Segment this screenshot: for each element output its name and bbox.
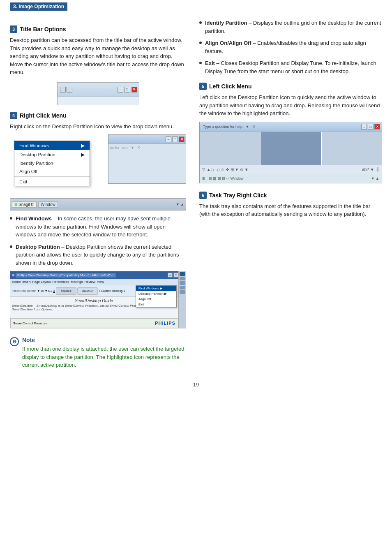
lc-tb1-edge: ╢: [377, 167, 379, 171]
philips-label: PHILIPS: [155, 321, 175, 326]
section6-title: Task Tray Right Click: [209, 192, 267, 199]
lc-tb-text: Type a question for help ▼ ✕: [201, 125, 360, 129]
lc-tb2-end: ▼ ▲: [371, 176, 379, 180]
tab-references: References: [52, 280, 69, 284]
restore-btn[interactable]: □: [125, 87, 130, 92]
bullet-dot-r2: [199, 42, 202, 44]
menu-identify-partition[interactable]: Identify Partition: [14, 159, 90, 167]
menu-align-off[interactable]: Align Off: [14, 167, 90, 176]
section4-num: 4: [10, 112, 17, 119]
exit-term: Exit: [205, 60, 215, 66]
lc-close: ✕: [374, 124, 380, 130]
find-windows-arrow: ▶: [81, 143, 85, 148]
section-header-bar: 3. Image Optimization: [10, 2, 67, 11]
desktop-partition-label: Desktop Partition: [19, 152, 55, 157]
left-column: 3 Title Bar Options Desktop partition ca…: [10, 19, 196, 369]
bullet-align-on-off: Align On/Align Off – Enables/disables th…: [199, 39, 382, 55]
section3-body: Desktop partition can be accessed from t…: [10, 36, 186, 76]
title-bar-icons: [60, 87, 72, 92]
section4-header: 4 Right Click Menu: [10, 112, 186, 119]
note-text: If more than one display is attached, th…: [22, 345, 186, 369]
bullet-desktop-partition-text: Desktop Partition – Desktop Partition sh…: [16, 243, 186, 267]
partition-ind-1: [180, 272, 185, 276]
section6-header: 6 Task Tray Right Click: [199, 192, 382, 199]
right-click-menu: Find Windows ▶ Desktop Partition ▶ Ident…: [14, 141, 90, 186]
align-term: Align On/Align Off: [205, 40, 251, 46]
bullet-exit: Exit – Closes Desktop Partition and Disp…: [199, 59, 382, 75]
lc-part-1: [200, 132, 261, 165]
right-column: Identify Partition – Displays the outlin…: [196, 19, 382, 369]
rclick-body: on for help ▼ ✕: [108, 144, 186, 183]
lc-tb2-icons: ⊞ : ⊟ ▦ ⊞ ⊟ ··· Window: [202, 176, 244, 180]
align-off-label: Align Off: [19, 169, 37, 174]
lc-part-2: [261, 132, 321, 165]
taskbar-window: Window: [38, 201, 58, 208]
bullet-find-windows: Find Windows – In some cases, the user m…: [10, 215, 186, 239]
exit-label: Exit: [19, 179, 27, 184]
section3-num: 3: [10, 25, 17, 33]
sc-bar: SmartControl Premium PHILIPS: [10, 318, 178, 328]
underline-btn: U: [53, 289, 55, 292]
section4-title: Right Click Menu: [20, 112, 67, 119]
left-click-window-mockup: Type a question for help ▼ ✕ – □ ✕ ▽ ▲ ▷…: [199, 122, 382, 183]
lc-part-3: [322, 132, 382, 165]
tb-icon-2: [67, 87, 72, 92]
tab-page-layout: Page Layout: [32, 280, 51, 284]
menu-exit[interactable]: Exit: [14, 178, 90, 186]
font-size: ▼ 10 ▼: [37, 289, 48, 292]
right-bullets: Identify Partition – Displays the outlin…: [199, 19, 382, 75]
taskbar-snagit: ⊞ Snagit E': [12, 201, 37, 208]
section4-bullets: Find Windows – In some cases, the user m…: [10, 215, 186, 267]
caption-label: T Caption: [99, 289, 111, 292]
note-section: ⊖ Note If more than one display is attac…: [10, 337, 186, 369]
find-windows-label: Find Windows: [19, 143, 49, 148]
bullet-exit-text: Exit – Closes Desktop Partition and Disp…: [205, 59, 382, 75]
style-normal: AaBbCc: [56, 287, 76, 295]
section6-num: 6: [199, 192, 207, 199]
note-icon: ⊖: [10, 337, 19, 346]
dp-screenshot-left: ⊞ Philips SmartDesktop Guide (Compatibil…: [10, 271, 186, 328]
tb-icon-1: [60, 87, 66, 92]
page-number: 19: [193, 382, 199, 388]
title-bar-image: – □ ✕: [57, 82, 139, 97]
dp-title-bar: ⊞ Philips SmartDesktop Guide (Compatibil…: [10, 271, 186, 279]
fws-item3: Align Off: [136, 296, 176, 302]
close-btn[interactable]: ✕: [131, 87, 137, 92]
menu-desktop-partition[interactable]: Desktop Partition ▶: [14, 150, 90, 159]
note-title: Note: [22, 337, 186, 343]
tab-insert: Insert: [22, 280, 30, 284]
bullet-dot-r1: [199, 21, 202, 24]
bullet-identify-text: Identify Partition – Displays the outlin…: [205, 19, 382, 35]
style-heading: AaBbCc: [77, 287, 98, 295]
lc-toolbar1: ▽ ▲ ▷ ◁ ☆ ❖ ⊞ ▼ ⊙ ▼ ab? ▼ ╢: [200, 165, 382, 174]
partition-ind-5: [180, 290, 185, 294]
find-windows-term: Find Windows: [16, 215, 52, 222]
lc-tb1-icons: ▽ ▲ ▷ ◁ ☆ ❖ ⊞ ▼ ⊙ ▼: [202, 167, 249, 172]
dp-ribbon-tabs: Home Insert Page Layout References Maili…: [10, 279, 186, 285]
tab-review: Review: [85, 280, 95, 284]
sidebar-partition-indicators: [178, 271, 186, 328]
bullet-dot-r3: [199, 62, 202, 64]
rclick-background-window: – □ ✕ on for help ▼ ✕: [108, 134, 186, 184]
rclick-titlebar: – □ ✕: [108, 135, 186, 144]
page-footer: 19: [0, 377, 392, 396]
fws-item4: Exit: [136, 302, 176, 307]
section5-body: Left click on the Desktop Partition icon…: [199, 93, 382, 118]
menu-find-windows[interactable]: Find Windows ▶: [14, 141, 90, 150]
lc-body: [200, 132, 382, 165]
taskbar: ⊞ Snagit E' Window ▼ ▲: [10, 198, 186, 210]
partition-ind-3: [180, 281, 185, 285]
minimize-btn[interactable]: –: [118, 87, 123, 92]
tab-home: Home: [12, 280, 21, 284]
dp-max: □: [173, 273, 178, 278]
lc-min: –: [361, 124, 367, 130]
bullet-dot-1: [10, 217, 12, 220]
section5-header: 5 Left Click Menu: [199, 83, 382, 90]
section3-header: 3 Title Bar Options: [10, 25, 186, 33]
heading1-label: Heading 1: [112, 289, 125, 292]
desktop-partition-term: Desktop Partition: [16, 244, 60, 250]
section4-body: Right click on the Desktop Partition ico…: [10, 123, 186, 131]
note-content: Note If more than one display is attache…: [22, 337, 186, 369]
partition-ind-4: [180, 286, 185, 289]
section5-num: 5: [199, 83, 207, 90]
